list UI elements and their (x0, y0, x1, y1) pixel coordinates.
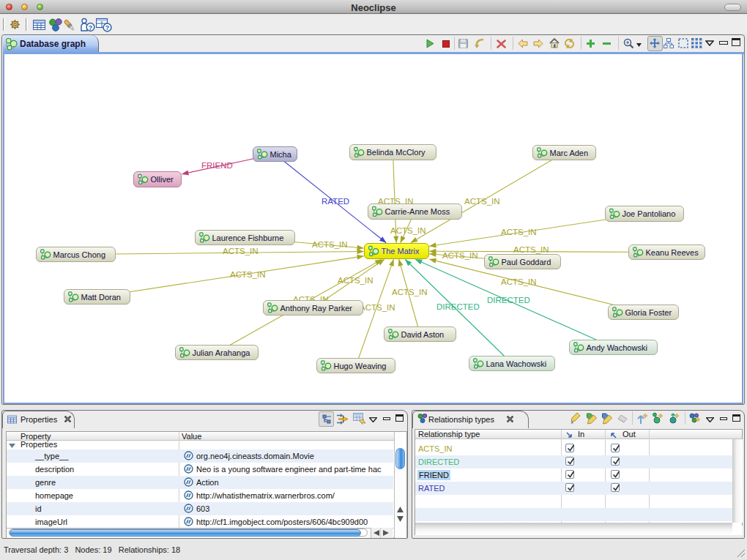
svg-text:ACTS_IN: ACTS_IN (442, 251, 478, 260)
svg-text:ACTS_IN: ACTS_IN (513, 245, 549, 254)
svg-text:ACTS_IN: ACTS_IN (338, 276, 374, 285)
svg-text:RATED: RATED (322, 197, 349, 206)
svg-text:FRIEND: FRIEND (201, 161, 233, 170)
svg-text:Micha: Micha (270, 150, 292, 159)
svg-text:Gloria Foster: Gloria Foster (625, 308, 672, 317)
svg-text:Lana Wachowski: Lana Wachowski (486, 359, 547, 368)
svg-text:ACTS_IN: ACTS_IN (230, 270, 266, 279)
svg-text:ACTS_IN: ACTS_IN (223, 247, 259, 255)
svg-text:ACTS_IN: ACTS_IN (312, 240, 348, 249)
svg-text:Hugo Weaving: Hugo Weaving (334, 362, 387, 370)
svg-text:Olliver: Olliver (151, 175, 174, 184)
svg-text:ACTS_IN: ACTS_IN (360, 303, 395, 312)
svg-text:David Aston: David Aston (401, 330, 445, 339)
svg-text:Laurence Fishburne: Laurence Fishburne (212, 234, 284, 242)
svg-text:Marc Aden: Marc Aden (550, 149, 589, 157)
svg-text:Matt Doran: Matt Doran (81, 293, 121, 302)
svg-text:ACTS_IN: ACTS_IN (390, 226, 426, 235)
svg-text:Keanu Reeves: Keanu Reeves (646, 248, 699, 257)
svg-text:Belinda McClory: Belinda McClory (367, 148, 426, 157)
svg-text:Anthony Ray Parker: Anthony Ray Parker (280, 304, 353, 313)
svg-text:?: ? (89, 23, 93, 31)
svg-text:ACTS_IN: ACTS_IN (501, 228, 537, 236)
svg-text:ACTS_IN: ACTS_IN (501, 277, 537, 286)
svg-text:Paul Goddard: Paul Goddard (502, 258, 551, 266)
svg-text:Carrie-Anne Moss: Carrie-Anne Moss (385, 207, 450, 216)
svg-text:DIRECTED: DIRECTED (436, 302, 480, 311)
svg-text:ACTS_IN: ACTS_IN (464, 197, 500, 206)
svg-text:The Matrix: The Matrix (382, 247, 420, 255)
svg-text:Andy Wachowski: Andy Wachowski (587, 343, 647, 352)
svg-text:?: ? (105, 23, 110, 31)
svg-text:Marcus Chong: Marcus Chong (53, 250, 106, 259)
svg-text:Joe Pantoliano: Joe Pantoliano (622, 209, 676, 218)
svg-text:DIRECTED: DIRECTED (487, 296, 530, 305)
svg-text:Julian Arahanga: Julian Arahanga (193, 348, 251, 357)
svg-text:ACTS_IN: ACTS_IN (392, 288, 428, 296)
